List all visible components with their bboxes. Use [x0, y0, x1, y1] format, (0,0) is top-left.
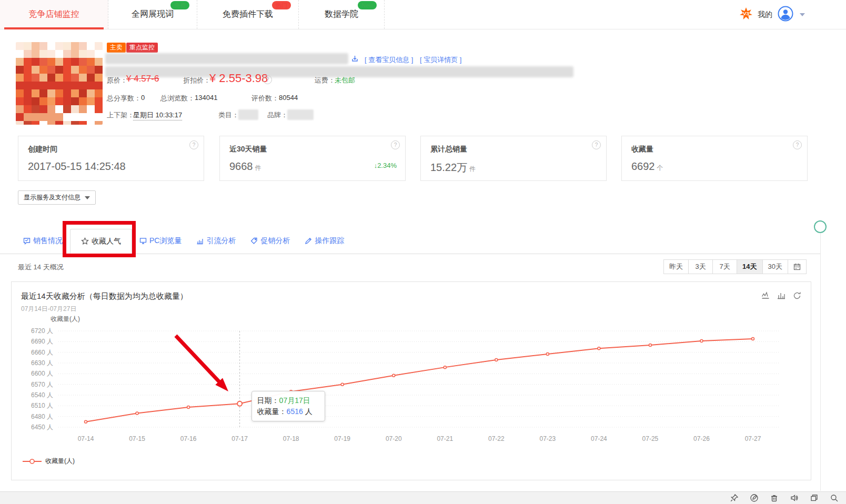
search-icon[interactable]: [830, 493, 839, 502]
review-count-value: 80544: [279, 94, 298, 102]
svg-text:07-22: 07-22: [488, 435, 505, 442]
chart-tooltip: 日期：07月17日 收藏量：6516 人: [251, 391, 325, 421]
chart-legend[interactable]: 收藏量(人): [22, 457, 75, 466]
tab-sales[interactable]: 销售情况: [16, 228, 70, 254]
shelf-time-value[interactable]: 星期日 10:33:17: [133, 110, 182, 120]
line-chart-type-icon[interactable]: [761, 291, 770, 300]
annotation-arrow: [164, 329, 237, 403]
svg-text:07-17: 07-17: [231, 435, 248, 442]
svg-text:07-20: 07-20: [386, 435, 402, 442]
window-restore-icon[interactable]: [810, 493, 819, 502]
bar-chart-type-icon[interactable]: [777, 291, 785, 300]
nav-tab-shop-monitor[interactable]: 竞争店铺监控: [0, 0, 108, 29]
svg-text:07-24: 07-24: [591, 435, 607, 442]
account-dropdown-caret[interactable]: [800, 13, 805, 16]
chart-title: 最近14天收藏分析（每日数据为均为总收藏量）: [21, 291, 188, 301]
brand-label: 品牌：: [267, 110, 288, 120]
svg-text:07-18: 07-18: [283, 435, 299, 442]
discount-price-label: 折扣价：: [183, 76, 210, 85]
speaker-icon[interactable]: [790, 493, 799, 502]
period-button-7d[interactable]: 7天: [712, 259, 737, 274]
card-title: 近30天销量: [229, 145, 267, 154]
tab-favorites-popularity[interactable]: 收藏人气: [70, 229, 132, 254]
calendar-icon: [793, 263, 801, 270]
card-value: 9668: [229, 160, 253, 172]
shelf-time-label: 上下架：: [107, 110, 134, 120]
help-icon[interactable]: ?: [793, 140, 802, 149]
user-avatar[interactable]: [778, 6, 793, 24]
svg-text:07-15: 07-15: [129, 435, 145, 442]
card-value: 6692: [631, 160, 655, 172]
card-total-sales: 累计总销量 15.22万件 ?: [420, 136, 607, 181]
chart-toolbox: [761, 291, 801, 300]
svg-text:6570 人: 6570 人: [31, 381, 53, 388]
period-button-3d[interactable]: 3天: [688, 259, 713, 274]
svg-text:V3: V3: [743, 11, 750, 16]
share-count-value: 0: [141, 94, 145, 102]
item-link-icon[interactable]: [351, 55, 358, 64]
svg-text:6630 人: 6630 人: [31, 359, 53, 367]
nav-tab-academy[interactable]: 数据学院 New: [299, 0, 385, 29]
nav-tab-label: 全网展现词: [132, 9, 174, 20]
tab-pc-views[interactable]: PC浏览量: [132, 228, 189, 254]
screenshot-toolbar: [0, 491, 846, 504]
chart-canvas: 6450 人6480 人6510 人6540 人6570 人6600 人6630…: [16, 324, 800, 471]
pin-icon[interactable]: [730, 493, 739, 502]
svg-text:6720 人: 6720 人: [31, 327, 53, 335]
view-count-value: 134041: [195, 94, 217, 102]
period-button-30d[interactable]: 30天: [762, 259, 788, 274]
my-account-label[interactable]: 我的: [758, 10, 772, 19]
y-axis-name: 收藏量(人): [51, 315, 80, 324]
price-help-icon[interactable]: ?: [263, 75, 272, 84]
help-icon[interactable]: ?: [592, 140, 601, 149]
favorites-chart-panel: 最近14天收藏分析（每日数据为均为总收藏量） 07月14日-07月27日 收藏量…: [11, 281, 811, 480]
tab-promotion-analysis[interactable]: 促销分析: [243, 228, 297, 254]
show-service-payment-button[interactable]: 显示服务及支付信息: [18, 190, 96, 205]
svg-text:6660 人: 6660 人: [31, 349, 53, 356]
tab-traffic-analysis[interactable]: 引流分析: [189, 228, 243, 254]
shipping-value: 未包邮: [335, 76, 355, 85]
svg-text:07-26: 07-26: [693, 435, 710, 442]
side-panel-divider: [820, 221, 821, 491]
help-icon[interactable]: ?: [391, 140, 400, 149]
card-unit: 个: [657, 164, 663, 172]
category-label: 类目：: [218, 110, 239, 120]
tab-action-tracking[interactable]: 操作跟踪: [297, 228, 351, 254]
line-chart[interactable]: 6450 人6480 人6510 人6540 人6570 人6600 人6630…: [16, 324, 800, 471]
nav-tab-label: 免费插件下载: [223, 9, 273, 20]
card-title: 收藏量: [631, 145, 653, 154]
svg-text:6480 人: 6480 人: [31, 413, 53, 420]
competitor-monitor-page: 竞争店铺监控 全网展现词 免费 免费插件下载 热门 数据学院 New V3 我的: [0, 0, 846, 504]
nav-tab-plugin-download[interactable]: 免费插件下载 热门: [197, 0, 299, 29]
star-icon: [81, 237, 89, 245]
period-button-14d[interactable]: 14天: [737, 259, 762, 274]
svg-text:6510 人: 6510 人: [31, 402, 53, 409]
help-icon[interactable]: ?: [189, 140, 198, 149]
svg-text:07-25: 07-25: [642, 435, 659, 442]
discount-price-value: ¥ 2.55-3.98: [209, 72, 268, 85]
sales-delta-badge: ↓2.34%: [374, 162, 397, 169]
nav-tab-label: 竞争店铺监控: [29, 9, 79, 20]
floating-widget-button[interactable]: [814, 220, 827, 233]
chart-date-range: 07月14日-07月27日: [21, 305, 76, 314]
refresh-icon[interactable]: [793, 291, 801, 300]
vip-level-icon[interactable]: V3: [740, 7, 752, 22]
edit-icon: [305, 237, 312, 245]
view-item-info-link[interactable]: [ 查看宝贝信息 ]: [365, 55, 413, 65]
period-summary-label: 最近 14 天概况: [18, 263, 64, 272]
trash-icon[interactable]: [770, 493, 779, 502]
primary-sale-badge: 主卖: [107, 43, 126, 53]
product-image-redacted[interactable]: [16, 42, 103, 125]
orig-price-value: ¥ 4.57-6: [126, 74, 159, 84]
annotate-icon[interactable]: [750, 493, 759, 502]
card-favorites: 收藏量 6692个 ?: [621, 136, 808, 181]
card-title: 创建时间: [28, 145, 57, 154]
card-30day-sales: 近30天销量 9668件 ↓2.34% ?: [219, 136, 406, 181]
category-value-redacted: [238, 109, 258, 120]
nav-tab-label: 数据学院: [325, 9, 358, 20]
period-button-yesterday[interactable]: 昨天: [663, 259, 689, 274]
nav-tab-keywords[interactable]: 全网展现词 免费: [108, 0, 197, 29]
item-detail-page-link[interactable]: [ 宝贝详情页 ]: [420, 55, 461, 65]
legend-label: 收藏量(人): [45, 457, 75, 466]
calendar-button[interactable]: [788, 259, 807, 274]
